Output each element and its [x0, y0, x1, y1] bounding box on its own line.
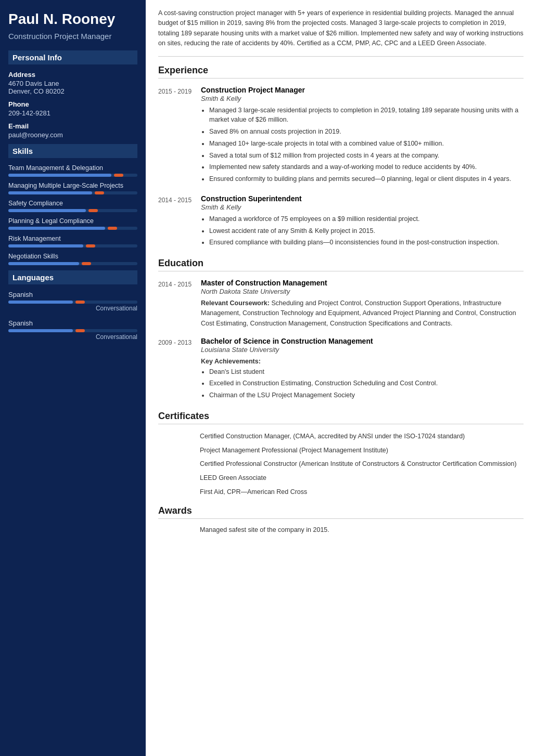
language-item: Spanish Conversational [8, 291, 137, 312]
language-name: Spanish [8, 319, 137, 327]
skill-name: Planning & Legal Compliance [8, 217, 137, 225]
awards-section-title: Awards [158, 505, 524, 519]
entry-date: 2015 - 2019 [158, 86, 201, 186]
candidate-name: Paul N. Rooney [8, 10, 137, 28]
language-bar-dot [75, 301, 85, 304]
candidate-title: Construction Project Manager [8, 31, 137, 42]
personal-info-section-title: Personal Info [8, 50, 137, 64]
language-bar-fill [8, 301, 73, 304]
skill-bar [8, 227, 137, 230]
skill-name: Safety Compliance [8, 200, 137, 207]
email-label: E-mail [8, 122, 137, 130]
skill-item: Managing Multiple Large-Scale Projects [8, 182, 137, 194]
degree-title: Bachelor of Science in Construction Mana… [201, 337, 524, 345]
entry-date: 2014 - 2015 [158, 194, 201, 250]
company-name: Smith & Kelly [201, 95, 524, 102]
coursework-text: Relevant Coursework: Scheduling and Proj… [201, 298, 524, 329]
skill-bar-fill [8, 209, 86, 212]
languages-list: Spanish Conversational Spanish Conversat… [8, 291, 137, 341]
awards-list: Managed safest site of the company in 20… [200, 526, 524, 533]
job-title: Construction Project Manager [201, 86, 524, 94]
bullet-item: Saved a total sum of $12 million from pr… [209, 151, 524, 161]
education-list: 2014 - 2015 Master of Construction Manag… [158, 279, 524, 402]
language-level: Conversational [8, 333, 137, 341]
experience-entry: 2015 - 2019 Construction Project Manager… [158, 86, 524, 186]
experience-section-title: Experience [158, 65, 524, 79]
skills-section-title: Skills [8, 144, 137, 158]
achievement-item: Chairman of the LSU Project Management S… [209, 390, 524, 400]
skill-bar-dot [86, 244, 95, 247]
skill-bar-fill [8, 191, 92, 194]
skill-bar [8, 209, 137, 212]
education-entry: 2009 - 2013 Bachelor of Science in Const… [158, 337, 524, 402]
entry-body: Bachelor of Science in Construction Mana… [201, 337, 524, 402]
skill-bar-dot [114, 174, 123, 177]
skills-list: Team Management & Delegation Managing Mu… [8, 164, 137, 265]
bullet-item: Ensured compliance with building plans—0… [209, 238, 524, 247]
entry-date: 2009 - 2013 [158, 337, 201, 402]
education-entry: 2014 - 2015 Master of Construction Manag… [158, 279, 524, 329]
degree-title: Master of Construction Management [201, 279, 524, 287]
education-section-title: Education [158, 258, 524, 271]
awards-section: Awards Managed safest site of the compan… [158, 505, 524, 533]
certificates-list: Certified Construction Manager, (CMAA, a… [200, 432, 524, 497]
company-name: Smith & Kelly [201, 203, 524, 211]
bullet-item: Managed a workforce of 75 employees on a… [209, 214, 524, 224]
experience-entry: 2014 - 2015 Construction Superintendent … [158, 194, 524, 250]
language-bar-fill [8, 329, 73, 332]
phone-value: 209-142-9281 [8, 109, 137, 117]
email-item: E-mail paul@rooney.com [8, 122, 137, 139]
bullets-list: Managed a workforce of 75 employees on a… [201, 214, 524, 247]
skill-bar [8, 191, 137, 194]
certificates-section-title: Certificates [158, 411, 524, 424]
phone-label: Phone [8, 100, 137, 108]
bullet-item: Implemented new safety standards and a w… [209, 162, 524, 172]
phone-item: Phone 209-142-9281 [8, 100, 137, 117]
bullet-item: Managed 3 large-scale residential projec… [209, 106, 524, 125]
bullet-item: Managed 10+ large-scale projects in tota… [209, 139, 524, 149]
skill-bar-dot [82, 262, 91, 265]
skill-bar-fill [8, 244, 83, 247]
skill-item: Team Management & Delegation [8, 164, 137, 177]
language-bar [8, 329, 137, 332]
skill-item: Risk Management [8, 235, 137, 247]
language-bar-dot [75, 329, 85, 332]
skill-name: Managing Multiple Large-Scale Projects [8, 182, 137, 189]
sidebar: Paul N. Rooney Construction Project Mana… [0, 0, 146, 756]
entry-body: Construction Superintendent Smith & Kell… [201, 194, 524, 250]
coursework-label: Relevant Coursework: [201, 299, 270, 307]
bullet-item: Saved 8% on annual costs projection in 2… [209, 127, 524, 137]
bullets-list: Managed 3 large-scale residential projec… [201, 106, 524, 184]
main-content: A cost-saving construction project manag… [146, 0, 536, 756]
entry-body: Master of Construction Management North … [201, 279, 524, 329]
resume-container: Paul N. Rooney Construction Project Mana… [0, 0, 536, 756]
certificate-item: Certified Construction Manager, (CMAA, a… [200, 432, 524, 441]
achievement-item: Dean's List student [209, 367, 524, 377]
skill-bar-dot [108, 227, 117, 230]
skill-item: Safety Compliance [8, 200, 137, 212]
skill-bar [8, 174, 137, 177]
education-section: Education 2014 - 2015 Master of Construc… [158, 258, 524, 402]
entry-date: 2014 - 2015 [158, 279, 201, 329]
language-name: Spanish [8, 291, 137, 298]
email-value: paul@rooney.com [8, 131, 137, 139]
bullet-item: Lowest accident rate of any Smith & Kell… [209, 226, 524, 236]
address-value: 4670 Davis LaneDenver, CO 80202 [8, 80, 137, 95]
summary-text: A cost-saving construction project manag… [158, 8, 524, 57]
certificate-item: First Aid, CPR—American Red Cross [200, 487, 524, 497]
certificate-item: Certified Professional Constructor (Amer… [200, 459, 524, 469]
entry-body: Construction Project Manager Smith & Kel… [201, 86, 524, 186]
skill-name: Risk Management [8, 235, 137, 242]
language-level: Conversational [8, 305, 137, 312]
address-label: Address [8, 71, 137, 79]
achievement-item: Excelled in Construction Estimating, Con… [209, 379, 524, 388]
experience-list: 2015 - 2019 Construction Project Manager… [158, 86, 524, 250]
skill-bar-fill [8, 227, 105, 230]
skill-item: Planning & Legal Compliance [8, 217, 137, 230]
achievements-label: Key Achievements: [201, 357, 524, 367]
language-bar [8, 301, 137, 304]
skill-bar-fill [8, 262, 79, 265]
skill-bar-dot [95, 191, 104, 194]
bullet-item: Ensured conformity to building plans and… [209, 174, 524, 184]
skill-bar-dot [88, 209, 98, 212]
